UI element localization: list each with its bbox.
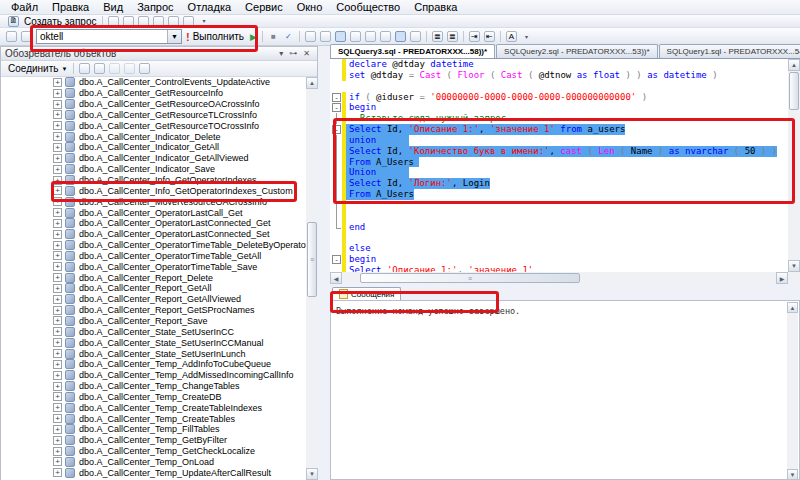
scroll-up-icon[interactable]: ▲ — [788, 59, 800, 71]
toolbar-overflow-icon[interactable]: ▾ — [198, 16, 209, 27]
expand-plus-icon[interactable]: + — [53, 436, 62, 445]
tree-item[interactable]: +dbo.A_CallCenter_Indicator_GetAllViewed — [1, 153, 306, 164]
tree-item[interactable]: +dbo.A_CallCenter_GetResourceTLCrossInfo — [1, 110, 306, 121]
results-to-text-icon[interactable] — [380, 31, 391, 42]
code-line[interactable]: -begin — [330, 254, 788, 265]
tree-item[interactable]: +dbo.A_CallCenter_Temp_ChangeTables — [1, 381, 306, 392]
menu-item-Сервис[interactable]: Сервис — [238, 0, 290, 14]
panel-splitter[interactable] — [318, 46, 330, 480]
tree-item[interactable]: +dbo.A_CallCenter_Temp_UpdateAfterCallRe… — [1, 467, 306, 478]
tree-item[interactable]: +dbo.A_CallCenter_OperatorTimeTable_Save — [1, 261, 306, 272]
expand-plus-icon[interactable]: + — [53, 306, 62, 315]
estimated-plan-icon[interactable] — [305, 31, 316, 42]
execute-button[interactable]: ! Выполнить — [182, 29, 248, 44]
expand-plus-icon[interactable]: + — [53, 165, 62, 174]
expand-plus-icon[interactable]: + — [53, 349, 62, 358]
expand-plus-icon[interactable]: + — [53, 78, 62, 87]
tree-item[interactable]: +dbo.A_CallCenter_Indicator_Save — [1, 164, 306, 175]
expand-plus-icon[interactable]: + — [53, 262, 62, 271]
uncomment-icon[interactable]: ≣ — [447, 31, 458, 42]
tree-item[interactable]: +dbo.A_CallCenter_OperatorLastConnected_… — [1, 218, 306, 229]
fold-margin[interactable] — [330, 113, 342, 124]
connect-button[interactable]: Соединить ▼ — [5, 63, 70, 74]
tree-item[interactable]: +dbo.A_CallCenter_Temp_GetByFilter — [1, 435, 306, 446]
fold-margin[interactable]: - — [330, 124, 342, 135]
code-line[interactable] — [330, 233, 788, 244]
fold-margin[interactable] — [330, 200, 342, 211]
fold-margin[interactable] — [330, 146, 342, 157]
expand-plus-icon[interactable]: + — [53, 447, 62, 456]
expand-plus-icon[interactable]: + — [53, 338, 62, 347]
tree-item[interactable]: +dbo.A_CallCenter_Report_GetSProcNames — [1, 305, 306, 316]
scroll-down-icon[interactable]: ▼ — [787, 469, 798, 480]
code-line[interactable]: --Вставьте сюда нужный запрос — [330, 113, 788, 124]
scrollbar-thumb[interactable]: ≡ — [307, 222, 317, 297]
expand-plus-icon[interactable]: + — [53, 273, 62, 282]
menu-item-Справка[interactable]: Справка — [407, 0, 464, 14]
code-line[interactable]: From A_Users — [330, 189, 788, 200]
tree-item[interactable]: +dbo.A_CallCenter_Temp_CreateTableIndexe… — [1, 402, 306, 413]
expand-plus-icon[interactable]: + — [53, 425, 62, 434]
expand-plus-icon[interactable]: + — [53, 186, 62, 195]
expand-plus-icon[interactable]: + — [53, 208, 62, 217]
code-line[interactable]: Select 'Описание 1:', 'значение 1' — [330, 265, 788, 272]
expand-plus-icon[interactable]: + — [53, 360, 62, 369]
fold-margin[interactable]: - — [330, 102, 342, 113]
fold-margin[interactable] — [330, 222, 342, 233]
expand-plus-icon[interactable]: + — [53, 143, 62, 152]
auto-hide-pin-icon[interactable]: ⊶ — [286, 49, 300, 58]
change-connection-icon[interactable] — [21, 31, 32, 42]
tree-item[interactable]: +dbo.A_CallCenter_Info_GetOperatorIndexe… — [1, 175, 306, 186]
outdent-icon[interactable]: ⇤ — [484, 31, 495, 42]
code-line[interactable] — [330, 211, 788, 222]
expand-plus-icon[interactable]: + — [53, 219, 62, 228]
disconnect-object-icon[interactable] — [94, 63, 105, 74]
tree-item[interactable]: +dbo.A_CallCenter_OperatorTimeTable_Dele… — [1, 240, 306, 251]
scroll-right-icon[interactable]: ▶ — [776, 272, 788, 284]
new-document-icon[interactable] — [123, 16, 134, 27]
filter-icon[interactable] — [124, 63, 135, 74]
code-line[interactable]: Select Id, 'Количество букв в имени:', c… — [330, 146, 788, 157]
fold-collapse-icon[interactable]: - — [332, 255, 341, 264]
expand-plus-icon[interactable]: + — [53, 176, 62, 185]
expand-plus-icon[interactable]: + — [53, 327, 62, 336]
open-file-icon[interactable] — [138, 16, 149, 27]
tree-item[interactable]: +dbo.A_CallCenter_OperatorLastCall_Get — [1, 207, 306, 218]
database-combobox[interactable]: oktell ▼ — [36, 29, 182, 44]
expand-plus-icon[interactable]: + — [53, 295, 62, 304]
expand-plus-icon[interactable]: + — [53, 284, 62, 293]
scrollbar-thumb[interactable]: ≡ — [360, 273, 580, 283]
fold-margin[interactable] — [330, 167, 342, 178]
expand-plus-icon[interactable]: + — [53, 414, 62, 423]
fold-margin[interactable] — [330, 70, 342, 81]
sql-code-editor[interactable]: declare @dtday datetimeset @dtday = Cast… — [330, 59, 788, 272]
fold-margin[interactable] — [330, 265, 342, 272]
expand-plus-icon[interactable]: + — [53, 392, 62, 401]
expand-plus-icon[interactable]: + — [53, 251, 62, 260]
tree-item[interactable]: +dbo.A_CallCenter_Temp_AddInfoToCubeQueu… — [1, 359, 306, 370]
scroll-up-icon[interactable]: ▲ — [787, 302, 798, 313]
tree-item[interactable]: +dbo.A_CallCenter_Indicator_Delete — [1, 131, 306, 142]
tree-item[interactable]: +dbo.A_CallCenter_GetResourceInfo — [1, 88, 306, 99]
expand-plus-icon[interactable]: + — [53, 371, 62, 380]
tree-item[interactable]: +dbo.A_CallCenter_Report_GetAll — [1, 283, 306, 294]
combobox-dropdown-icon[interactable]: ▼ — [167, 30, 181, 43]
tree-item[interactable]: +dbo.A_CallCenter_Temp_CreateDB — [1, 391, 306, 402]
expand-plus-icon[interactable]: + — [53, 403, 62, 412]
results-to-file-icon[interactable] — [410, 31, 421, 42]
menu-item-Правка[interactable]: Правка — [45, 0, 96, 14]
expand-plus-icon[interactable]: + — [53, 230, 62, 239]
results-to-grid-icon[interactable] — [395, 31, 406, 42]
code-line[interactable] — [330, 81, 788, 92]
menu-item-Запрос[interactable]: Запрос — [130, 0, 180, 14]
fold-margin[interactable]: - — [330, 92, 342, 103]
tree-item[interactable]: +dbo.A_CallCenter_OperatorTimeTable_GetA… — [1, 251, 306, 262]
scroll-down-icon[interactable]: ▼ — [788, 260, 800, 272]
tree-item[interactable]: +dbo.A_CallCenter_Report_Delete — [1, 272, 306, 283]
tree-item[interactable]: +dbo.A_CallCenter_State_SetUserInCC — [1, 326, 306, 337]
menu-item-Отладка[interactable]: Отладка — [181, 0, 238, 14]
new-database-query-icon[interactable] — [108, 16, 119, 27]
new-query-button[interactable]: 🗎 Создать запрос — [3, 15, 99, 27]
tree-item[interactable]: +dbo.A_CallCenter_State_SetUserInLunch — [1, 348, 306, 359]
tree-item[interactable]: +dbo.A_CallCenter_Report_GetAllViewed — [1, 294, 306, 305]
